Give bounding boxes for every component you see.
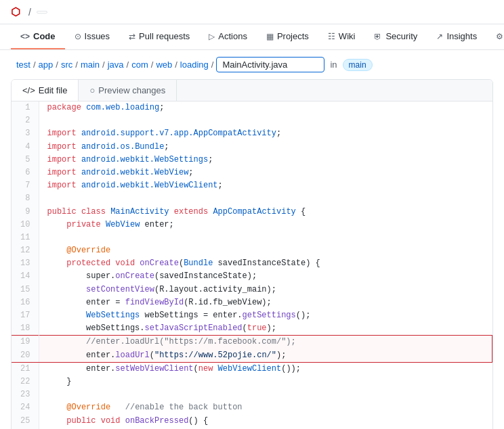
pull-requests-icon: ⇄ (129, 32, 135, 41)
line-number: 17 (12, 309, 39, 322)
public-badge (37, 11, 47, 14)
tab-issues-label: Issues (85, 31, 110, 41)
line-code: import android.os.Bundle; (39, 141, 492, 154)
table-row: 11 (12, 231, 492, 244)
line-code: enter.setWebViewClient(new WebViewClient… (39, 362, 492, 376)
table-row: 12 @Override (12, 244, 492, 257)
line-code: @Override (39, 244, 492, 257)
line-number: 18 (12, 322, 39, 336)
line-code: enter = findViewById(R.id.fb_webView); (39, 296, 492, 309)
issues-icon: ⊙ (75, 32, 81, 41)
tab-actions[interactable]: ▷ Actions (199, 24, 257, 49)
nav-tabs: <> Code ⊙ Issues ⇄ Pull requests ▷ Actio… (0, 24, 504, 50)
line-number: 22 (12, 376, 39, 388)
table-row: 22 } (12, 376, 492, 388)
line-code: protected void onCreate(Bundle savedInst… (39, 257, 492, 270)
edit-file-label: Edit file (39, 85, 68, 95)
app-logo: ⬡ (11, 5, 20, 18)
table-row: 2 (12, 114, 492, 127)
breadcrumb-com[interactable]: com (131, 60, 148, 70)
line-number: 9 (12, 206, 39, 219)
line-code: enter.loadUrl("https://www.52pojie.cn/")… (39, 349, 492, 363)
line-code: import android.webkit.WebView; (39, 166, 492, 179)
table-row: 7import android.webkit.WebViewClient; (12, 179, 492, 192)
tab-insights[interactable]: ↗ Insights (427, 24, 486, 49)
tab-projects[interactable]: ▦ Projects (257, 24, 318, 49)
table-row: 8 (12, 192, 492, 205)
tab-settings[interactable]: ⚙ Settings (486, 24, 504, 49)
wiki-icon: ☷ (328, 32, 335, 41)
line-number: 16 (12, 296, 39, 309)
tab-security[interactable]: ⛨ Security (364, 24, 427, 49)
line-number: 20 (12, 349, 39, 363)
breadcrumb-app[interactable]: app (39, 60, 54, 70)
line-number: 15 (12, 284, 39, 296)
filename-input[interactable] (216, 57, 324, 72)
line-number: 14 (12, 270, 39, 283)
tab-preview-changes[interactable]: ○ Preview changes (79, 80, 177, 101)
line-code (39, 231, 492, 244)
line-number: 25 (12, 415, 39, 428)
insights-icon: ↗ (436, 32, 443, 41)
repo-title: / (26, 7, 47, 18)
table-row: 21 enter.setWebViewClient(new WebViewCli… (12, 362, 492, 376)
table-row: 24 @Override //enable the back button (12, 401, 492, 414)
table-row: 18 webSettings.setJavaScriptEnabled(true… (12, 322, 492, 336)
line-code: super.onCreate(savedInstanceState); (39, 270, 492, 283)
table-row: 23 (12, 388, 492, 401)
line-code (39, 192, 492, 205)
line-code: import android.webkit.WebViewClient; (39, 179, 492, 192)
branch-badge[interactable]: main (343, 59, 373, 71)
line-code: WebSettings webSettings = enter.getSetti… (39, 309, 492, 322)
line-number: 4 (12, 141, 39, 154)
tab-code[interactable]: <> Code (11, 24, 65, 49)
line-code: package com.web.loading; (39, 101, 492, 114)
tab-wiki[interactable]: ☷ Wiki (318, 24, 365, 49)
line-number: 6 (12, 166, 39, 179)
line-number: 8 (12, 192, 39, 205)
table-row: 19 //enter.loadUrl("https://m.facebook.c… (12, 336, 492, 349)
line-code: setContentView(R.layout.activity_main); (39, 284, 492, 296)
tab-security-label: Security (385, 31, 417, 41)
top-bar: ⬡ / (0, 0, 504, 24)
line-code: import android.webkit.WebSettings; (39, 154, 492, 166)
breadcrumb-root[interactable]: test (16, 60, 30, 70)
table-row: 10 private WebView enter; (12, 219, 492, 231)
preview-icon: ○ (89, 85, 95, 95)
breadcrumb-main[interactable]: main (81, 60, 100, 70)
tab-pull-requests[interactable]: ⇄ Pull requests (119, 24, 199, 49)
breadcrumb-src[interactable]: src (61, 60, 72, 70)
line-number: 3 (12, 127, 39, 140)
table-row: 1package com.web.loading; (12, 101, 492, 114)
line-number: 2 (12, 114, 39, 127)
edit-file-icon: </> (22, 85, 35, 95)
line-number: 23 (12, 388, 39, 401)
editor-container: </> Edit file ○ Preview changes 1package… (11, 79, 493, 429)
tab-insights-label: Insights (446, 31, 477, 41)
preview-label: Preview changes (98, 85, 165, 95)
line-number: 7 (12, 179, 39, 192)
line-number: 5 (12, 154, 39, 166)
table-row: 3import android.support.v7.app.AppCompat… (12, 127, 492, 140)
breadcrumb-java[interactable]: java (108, 60, 124, 70)
code-icon: <> (20, 32, 30, 41)
line-code: public class MainActivity extends AppCom… (39, 206, 492, 219)
breadcrumb: test / app / src / main / java / com / w… (0, 50, 504, 79)
security-icon: ⛨ (374, 32, 382, 41)
line-code: public void onBackPressed() { (39, 415, 492, 428)
line-code: private WebView enter; (39, 219, 492, 231)
breadcrumb-web[interactable]: web (156, 60, 172, 70)
table-row: 25 public void onBackPressed() { (12, 415, 492, 428)
actions-icon: ▷ (209, 32, 215, 41)
tab-edit-file[interactable]: </> Edit file (12, 80, 79, 101)
line-number: 11 (12, 231, 39, 244)
tab-issues[interactable]: ⊙ Issues (65, 24, 120, 49)
code-area: 1package com.web.loading;23import androi… (12, 101, 492, 429)
line-code: webSettings.setJavaScriptEnabled(true); (39, 322, 492, 336)
line-number: 13 (12, 257, 39, 270)
tab-code-label: Code (33, 31, 56, 41)
breadcrumb-loading[interactable]: loading (180, 60, 209, 70)
line-code: } (39, 376, 492, 388)
table-row: 16 enter = findViewById(R.id.fb_webView)… (12, 296, 492, 309)
line-code: import android.support.v7.app.AppCompatA… (39, 127, 492, 140)
